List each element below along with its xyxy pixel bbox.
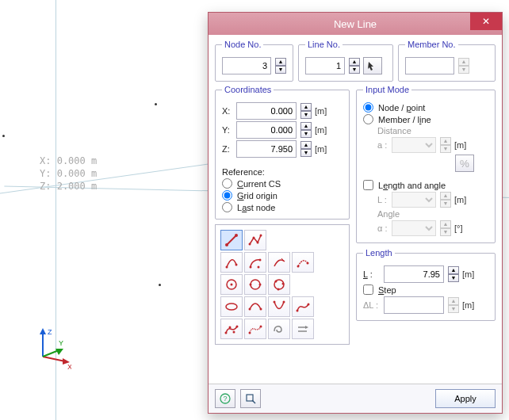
spin-up-icon: ▲ [440, 192, 451, 200]
spin-up-icon: ▲ [440, 220, 451, 228]
tool-spline-2[interactable] [220, 319, 243, 339]
tool-nurbs[interactable] [244, 319, 266, 339]
node-point-radio[interactable]: Node / point [363, 102, 488, 113]
pick-line-button[interactable] [363, 57, 382, 74]
tool-arc-2[interactable] [244, 252, 266, 273]
unit: [°] [454, 223, 463, 233]
ref-last-node-radio[interactable]: Last node [222, 202, 343, 212]
spin-down-icon[interactable]: ▼ [275, 66, 286, 74]
apply-button[interactable]: Apply [435, 389, 496, 408]
tool-ellipse-arc[interactable] [244, 296, 266, 317]
y-input[interactable] [236, 121, 297, 139]
help-button[interactable]: ? [215, 389, 235, 408]
spin-up-icon[interactable]: ▲ [448, 266, 459, 274]
length-angle-check[interactable]: Length and angle [363, 180, 488, 190]
svg-point-23 [307, 262, 309, 265]
z-label: Z: [222, 144, 233, 154]
x-label: X: [222, 106, 233, 116]
help-icon: ? [220, 393, 231, 404]
spin-down-icon: ▼ [448, 305, 459, 313]
tool-arc-4[interactable] [292, 252, 314, 273]
spinner[interactable]: ▲▼ [349, 58, 360, 74]
spin-down-icon[interactable]: ▼ [300, 149, 312, 157]
new-line-dialog: New Line ✕ Node No. ▲▼ Line No. ▲▼ [208, 12, 503, 414]
spin-down-icon: ▼ [440, 200, 451, 208]
dot [155, 103, 157, 105]
svg-point-38 [297, 310, 299, 312]
tool-circle-3[interactable] [268, 274, 290, 295]
svg-point-34 [249, 308, 251, 311]
x-input[interactable] [236, 102, 297, 120]
a-label: a : [377, 140, 388, 150]
tool-ellipse[interactable] [220, 296, 243, 317]
dialog-title: New Line [334, 18, 377, 30]
spin-down-icon[interactable]: ▼ [448, 274, 459, 282]
svg-point-42 [233, 331, 235, 334]
spinner[interactable]: ▲▼ [275, 58, 286, 74]
tool-spiral[interactable] [268, 319, 290, 339]
length-group: Length L : ▲▼ [m] Step ΔL : ▲▼ [m] [356, 248, 496, 321]
spin-up-icon[interactable]: ▲ [349, 58, 360, 66]
spinner: ▲▼ [440, 192, 451, 208]
coordinates-group: Coordinates X: ▲▼ [m] Y: ▲▼ [m] Z: [215, 85, 350, 220]
svg-point-14 [257, 242, 259, 244]
svg-point-10 [225, 243, 228, 246]
svg-point-30 [275, 281, 277, 283]
svg-line-49 [252, 400, 255, 403]
dl-label: ΔL : [363, 300, 381, 310]
spinner[interactable]: ▲▼ [300, 141, 312, 157]
spin-up-icon[interactable]: ▲ [300, 141, 312, 149]
percent-icon: % [460, 158, 469, 170]
spinner: ▲▼ [458, 58, 469, 74]
line-no-input[interactable] [305, 57, 345, 74]
input-mode-group: Input Mode Node / point Member / line Di… [356, 85, 496, 243]
pick-view-button[interactable] [240, 389, 261, 408]
spin-down-icon[interactable]: ▼ [300, 111, 312, 119]
length-input[interactable] [384, 265, 444, 283]
tool-polyline[interactable] [244, 230, 266, 250]
line-no-group: Line No. ▲▼ [298, 40, 393, 82]
spin-down-icon: ▼ [440, 228, 451, 236]
svg-point-22 [297, 265, 300, 268]
spin-up-icon[interactable]: ▲ [300, 122, 312, 130]
tool-parabola[interactable] [268, 296, 290, 317]
tool-circle-1[interactable] [220, 274, 243, 295]
tool-offset[interactable] [292, 319, 314, 339]
svg-point-11 [235, 234, 238, 237]
ref-current-cs-radio[interactable]: Current CS [222, 178, 343, 189]
svg-point-36 [274, 301, 276, 304]
legend: Input Mode [363, 85, 411, 94]
z-input[interactable] [236, 140, 297, 158]
dialog-titlebar[interactable]: New Line ✕ [209, 13, 502, 35]
close-button[interactable]: ✕ [470, 13, 502, 30]
svg-point-12 [249, 243, 251, 246]
svg-point-26 [251, 280, 260, 289]
svg-line-3 [43, 357, 65, 361]
spin-up-icon[interactable]: ▲ [275, 58, 286, 66]
spin-down-icon: ▼ [458, 66, 469, 74]
svg-line-6 [43, 350, 59, 357]
svg-point-43 [236, 326, 239, 328]
step-check[interactable]: Step [363, 284, 488, 295]
spinner[interactable]: ▲▼ [300, 122, 312, 138]
member-line-radio[interactable]: Member / line [363, 114, 488, 124]
node-no-input[interactable] [222, 57, 271, 74]
spinner: ▲▼ [440, 220, 451, 236]
svg-line-9 [227, 235, 236, 245]
tool-arc-3[interactable] [268, 252, 290, 273]
tool-spline-1[interactable] [292, 296, 314, 317]
tool-circle-2[interactable] [244, 274, 266, 295]
spin-down-icon[interactable]: ▼ [300, 130, 312, 138]
y-label: Y: [222, 125, 233, 135]
tool-arc-1[interactable] [220, 252, 243, 273]
unit: [m] [454, 140, 466, 150]
svg-point-18 [250, 266, 252, 269]
spin-up-icon[interactable]: ▲ [300, 103, 312, 111]
member-no-group: Member No. ▲▼ [398, 40, 496, 82]
spin-down-icon[interactable]: ▼ [349, 66, 360, 74]
spinner[interactable]: ▲▼ [448, 266, 459, 282]
spinner[interactable]: ▲▼ [300, 103, 312, 119]
ref-grid-origin-radio[interactable]: Grid origin [222, 190, 343, 200]
spin-up-icon: ▲ [440, 137, 451, 145]
tool-line[interactable] [220, 230, 243, 250]
